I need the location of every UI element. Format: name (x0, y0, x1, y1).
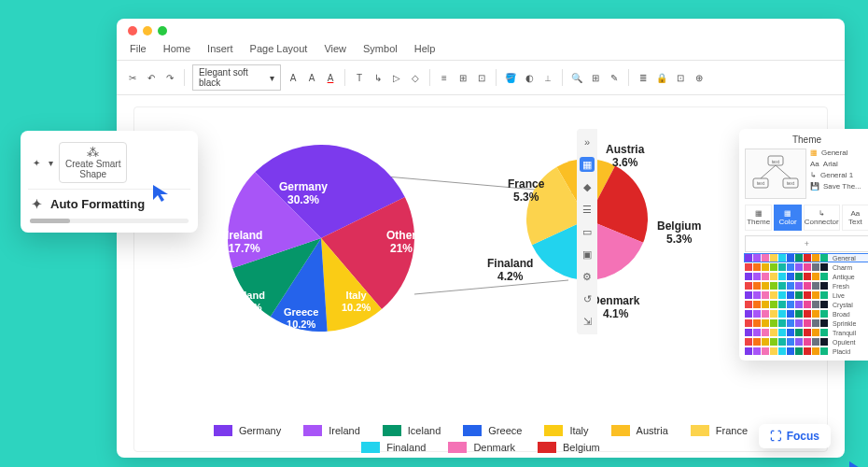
grid-icon[interactable]: ⊡ (674, 71, 687, 84)
close-window-icon[interactable] (128, 26, 137, 35)
palette-row[interactable]: Crystal (745, 301, 868, 308)
svg-line-5 (776, 165, 791, 178)
palette-row[interactable]: Placid (745, 347, 868, 355)
shapes-icon[interactable]: ◇ (409, 71, 422, 84)
minimize-window-icon[interactable] (143, 26, 152, 35)
svg-text:text: text (757, 180, 765, 186)
more-icon[interactable]: ⊕ (693, 71, 706, 84)
pointer-icon[interactable]: ▷ (390, 71, 403, 84)
legend-item[interactable]: France (691, 425, 748, 436)
tab-color[interactable]: ▦Color (774, 205, 801, 231)
text-tool-icon[interactable]: T (353, 71, 366, 84)
legend-item[interactable]: Finaland (361, 442, 426, 453)
cut-icon[interactable]: ✂ (126, 71, 139, 84)
legend-item[interactable]: Iceland (383, 425, 441, 436)
fill-icon[interactable]: 🪣 (504, 71, 517, 84)
palette-row[interactable]: Live (745, 291, 868, 299)
add-palette-button[interactable]: + (745, 235, 868, 252)
maximize-window-icon[interactable] (158, 26, 167, 35)
line-color-icon[interactable]: ◐ (523, 71, 536, 84)
legend-item[interactable]: Ireland (303, 425, 360, 436)
crop-icon[interactable]: ⟂ (541, 71, 554, 84)
theme-preview[interactable]: texttexttext (745, 149, 806, 199)
menu-symbol[interactable]: Symbol (363, 43, 398, 54)
dropdown-icon[interactable]: ▾ (49, 158, 53, 168)
slice-label-germany: Germany30.3% (279, 180, 328, 207)
rail-history-icon[interactable]: ↺ (580, 291, 595, 306)
drawing-canvas[interactable]: Germany30.3% Other21% Italy10.2% Greece1… (133, 106, 828, 452)
font-size-increase-icon[interactable]: A (305, 71, 318, 84)
palette-row[interactable]: Opulent (745, 338, 868, 346)
theme-side-save[interactable]: 💾Save The... (810, 182, 868, 191)
chart-legend: GermanyIrelandIcelandGreeceItalyAustriaF… (190, 425, 771, 453)
legend-item[interactable]: Belgium (538, 442, 600, 453)
rail-style-icon[interactable]: ◆ (580, 179, 595, 194)
palette-row[interactable]: Tranquil (745, 329, 868, 336)
group-icon[interactable]: ⊡ (475, 71, 488, 84)
menu-page-layout[interactable]: Page Layout (250, 43, 308, 54)
font-size-decrease-icon[interactable]: A (287, 71, 300, 84)
menu-insert[interactable]: Insert (207, 43, 233, 54)
theme-panel: Theme texttexttext ▦General AaArial ↳Gen… (739, 129, 868, 361)
rail-page-icon[interactable]: ▭ (580, 224, 595, 239)
lock-icon[interactable]: 🔒 (655, 71, 668, 84)
slice-label-belgium: Belgium5.3% (657, 219, 701, 247)
align-icon[interactable]: ≡ (438, 71, 451, 84)
sparkle-icon[interactable]: ✦ (30, 156, 43, 169)
tab-theme[interactable]: ▦Theme (745, 205, 772, 231)
auto-format-slider[interactable] (30, 219, 189, 223)
theme-side-general[interactable]: ▦General (810, 149, 868, 157)
table-icon[interactable]: ⊞ (589, 71, 602, 84)
menu-file[interactable]: File (130, 43, 147, 54)
create-smart-shape-button[interactable]: ⁂ Create Smart Shape (59, 142, 127, 183)
slice-label-austria: Austria3.6% (606, 143, 644, 170)
rail-export-icon[interactable]: ⇲ (580, 314, 595, 329)
redo-icon[interactable]: ↷ (163, 71, 176, 84)
svg-text:text: text (787, 180, 795, 186)
theme-side-font[interactable]: AaArial (810, 160, 868, 168)
slice-label-greece: Greece10.2% (284, 306, 318, 331)
rail-theme-icon[interactable]: ▦ (580, 157, 595, 172)
font-color-icon[interactable]: A (324, 71, 337, 84)
palette-row[interactable]: Charm (745, 263, 868, 271)
pen-icon[interactable]: ✎ (608, 71, 621, 84)
auto-format-panel: ✦ ▾ ⁂ Create Smart Shape ✦ Auto Formatti… (21, 131, 198, 233)
palette-row[interactable]: Antique (745, 273, 868, 280)
tab-text[interactable]: AaText (842, 205, 868, 231)
sidebar-rail: » ▦ ◆ ☰ ▭ ▣ ⚙ ↺ ⇲ (577, 129, 597, 334)
palette-list: GeneralCharmAntiqueFreshLiveCrystalBroad… (745, 254, 868, 355)
rail-collapse-icon[interactable]: » (580, 134, 595, 149)
legend-item[interactable]: Greece (463, 425, 522, 436)
menu-home[interactable]: Home (163, 43, 190, 54)
layers-icon[interactable]: ≣ (637, 71, 650, 84)
connector-icon[interactable]: ↳ (371, 71, 385, 84)
search-icon[interactable]: 🔍 (570, 71, 583, 84)
app-window: File Home Insert Page Layout View Symbol… (117, 19, 845, 458)
toolbar: ✂ ↶ ↷ Elegant soft black▾ A A A T ↳ ▷ ◇ … (117, 60, 845, 95)
slice-label-finaland: Finaland4.2% (487, 257, 533, 284)
font-select[interactable]: Elegant soft black▾ (192, 64, 281, 91)
menu-help[interactable]: Help (414, 43, 436, 54)
rail-image-icon[interactable]: ▣ (580, 247, 595, 262)
legend-item[interactable]: Denmark (448, 442, 515, 453)
palette-row[interactable]: Fresh (745, 282, 868, 290)
legend-item[interactable]: Germany (214, 425, 281, 436)
theme-tabs: ▦Theme ▦Color ↳Connector AaText (745, 205, 868, 231)
palette-row[interactable]: Sprinkle (745, 319, 868, 327)
undo-icon[interactable]: ↶ (145, 71, 158, 84)
slice-label-italy: Italy10.2% (342, 290, 371, 314)
tab-connector[interactable]: ↳Connector (804, 205, 840, 231)
rail-layers-icon[interactable]: ☰ (580, 202, 595, 217)
palette-row[interactable]: Broad (745, 310, 868, 318)
slice-label-ireland: Ireland17.7% (226, 229, 262, 256)
focus-button[interactable]: ⛶ Focus (759, 424, 831, 448)
theme-panel-title: Theme (745, 134, 868, 145)
legend-item[interactable]: Austria (611, 425, 668, 436)
legend-item[interactable]: Italy (544, 425, 588, 436)
menubar: File Home Insert Page Layout View Symbol… (117, 39, 845, 60)
menu-view[interactable]: View (324, 43, 346, 54)
rail-settings-icon[interactable]: ⚙ (580, 269, 595, 284)
theme-side-general1[interactable]: ↳General 1 (810, 171, 868, 179)
distribute-icon[interactable]: ⊞ (456, 71, 469, 84)
palette-row[interactable]: General (745, 254, 868, 262)
